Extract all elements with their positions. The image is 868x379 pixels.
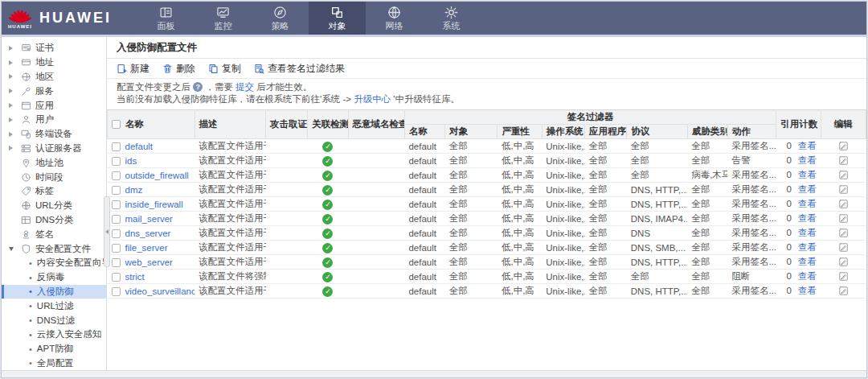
cell-protocol: DNS, IMAP4... [627,212,687,226]
edit-button[interactable] [838,242,849,253]
cell-operating-system: Unix-like,... [542,139,584,154]
sidebar-item-content-security-wizard[interactable]: •内容安全配置向导 [2,256,106,270]
nav-tab-system[interactable]: 系统 [423,2,480,35]
profile-name-link[interactable]: dns_server [125,229,171,238]
chevron-right-icon[interactable] [9,89,18,93]
profile-name-link[interactable]: outside_firewall [125,171,189,180]
edit-button[interactable] [838,271,849,282]
bullet-icon: • [29,330,32,340]
edit-button[interactable] [838,184,849,195]
sidebar-item-dns-filter[interactable]: •DNS过滤 [2,313,106,328]
nav-tab-policy[interactable]: 策略 [252,2,309,35]
row-checkbox[interactable] [112,200,121,209]
sidebar-item-application[interactable]: 应用 [2,98,106,113]
notice-text: ，需要 [205,82,233,92]
sidebar-item-dns-category[interactable]: DNS分类 [2,213,106,228]
nav-tab-dashboard[interactable]: 面板 [137,2,194,35]
row-checkbox[interactable] [112,229,121,238]
view-link[interactable]: 查看 [798,141,817,150]
sidebar-item-cloud-access-security[interactable]: •云接入安全感知 [2,328,106,342]
profile-name-link[interactable]: video_surveillance [125,286,195,296]
edit-button[interactable] [838,199,849,209]
view-link[interactable]: 查看 [798,170,817,179]
view-link[interactable]: 查看 [798,184,817,194]
help-icon[interactable]: ? [193,82,203,92]
sidebar-item-url-category[interactable]: URL分类 [2,199,106,213]
cell-threat-category: 全部 [687,226,727,241]
edit-button[interactable] [838,286,849,296]
profile-name-link[interactable]: default [125,142,154,151]
chevron-right-icon[interactable] [9,46,18,51]
sidebar-collapse-handle[interactable] [104,196,110,267]
row-checkbox[interactable] [112,244,121,253]
delete-button[interactable]: 删除 [162,62,195,76]
row-checkbox[interactable] [112,157,121,166]
edit-button[interactable] [838,257,849,267]
profile-name-link[interactable]: web_server [125,257,173,267]
sidebar-item-global-config[interactable]: •全局配置 [2,356,106,370]
upgrade-center-link[interactable]: 升级中心 [354,94,391,104]
edit-button[interactable] [838,228,849,238]
edit-button[interactable] [838,170,849,180]
sidebar-item-signature[interactable]: 签名 [2,227,106,241]
sidebar-item-time-range[interactable]: 时间段 [2,170,106,184]
chevron-right-icon[interactable] [9,132,18,137]
profile-name-link[interactable]: inside_firewall [125,200,183,209]
cell-protocol: DNS, SMB,... [627,241,687,255]
sidebar-item-region[interactable]: 地区 [2,70,106,84]
row-checkbox[interactable] [112,142,121,151]
view-link[interactable]: 查看 [798,228,817,237]
row-checkbox[interactable] [112,171,121,180]
view-link[interactable]: 查看 [798,257,817,266]
sidebar-item-certificate[interactable]: 证书 [2,41,106,56]
row-checkbox[interactable] [112,287,121,296]
signature-icon [21,229,31,240]
sidebar-item-terminal-device[interactable]: 终端设备 [2,127,106,142]
view-link[interactable]: 查看 [798,155,817,165]
profile-name-link[interactable]: mail_server [125,214,173,224]
edit-button[interactable] [838,141,849,151]
chevron-right-icon[interactable] [9,60,18,65]
sidebar-item-url-filter[interactable]: •URL过滤 [2,299,106,313]
row-checkbox[interactable] [112,215,121,224]
sidebar-item-antivirus[interactable]: •反病毒 [2,270,106,285]
sidebar-item-service[interactable]: 服务 [2,84,106,98]
view-link[interactable]: 查看 [798,199,817,208]
chevron-right-icon[interactable] [9,146,18,150]
sidebar-item-auth-server[interactable]: 认证服务器 [2,142,106,156]
chevron-down-icon[interactable] [9,247,18,251]
nav-tab-network[interactable]: 网络 [366,2,423,35]
profile-name-link[interactable]: strict [125,272,145,282]
profile-name-link[interactable]: ids [125,156,137,166]
sidebar-item-user[interactable]: 用户 [2,113,106,127]
sidebar-item-address-pool[interactable]: 地址池 [2,155,106,170]
sidebar-item-tag[interactable]: 标签 [2,184,106,199]
edit-button[interactable] [838,155,849,166]
nav-tab-monitor[interactable]: 监控 [194,2,252,35]
copy-button[interactable]: 复制 [208,62,241,76]
view-link[interactable]: 查看 [798,286,817,295]
row-checkbox[interactable] [112,258,121,267]
nav-tab-objects[interactable]: 对象 [309,2,366,35]
select-all-checkbox[interactable] [112,120,121,129]
chevron-right-icon[interactable] [9,117,18,122]
sidebar-item-apt-defense[interactable]: •APT防御 [2,342,106,356]
cell-application: 全部 [585,226,627,241]
horizontal-scrollbar[interactable] [2,370,866,377]
view-link[interactable]: 查看 [798,213,817,223]
new-button[interactable]: 新建 [117,62,149,76]
sidebar-item-security-profile[interactable]: 安全配置文件 [2,241,106,256]
profile-name-link[interactable]: file_server [125,243,168,253]
profile-name-link[interactable]: dmz [125,185,143,195]
submit-link[interactable]: 提交 [235,82,254,92]
row-checkbox[interactable] [112,273,121,282]
chevron-right-icon[interactable] [9,74,18,79]
view-signature-filter-results-button[interactable]: 查看签名过滤结果 [254,62,345,76]
edit-button[interactable] [838,213,849,224]
row-checkbox[interactable] [112,186,121,195]
sidebar-item-address[interactable]: 地址 [2,56,106,70]
view-link[interactable]: 查看 [798,271,817,281]
chevron-right-icon[interactable] [9,103,18,108]
sidebar-item-intrusion-prevention[interactable]: •入侵防御 [2,285,106,299]
view-link[interactable]: 查看 [798,242,817,252]
